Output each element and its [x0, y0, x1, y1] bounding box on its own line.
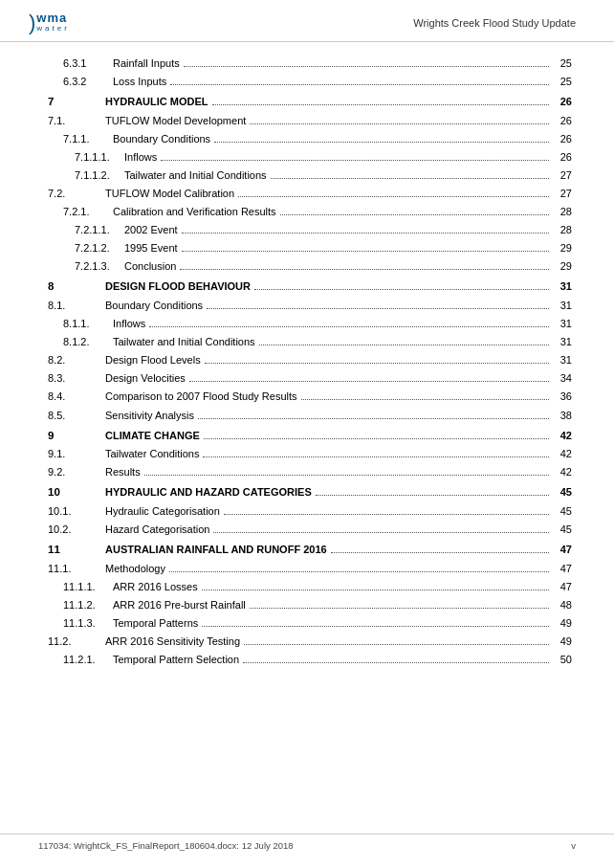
toc-title-text: Temporal Patterns	[113, 615, 198, 632]
toc-number: 11.2.1.	[48, 652, 113, 668]
toc-row: 7.1.1.1.Inflows26	[48, 149, 572, 166]
toc-title: Hazard Categorisation	[105, 522, 553, 538]
toc-number: 11	[48, 542, 105, 559]
footer-filename: 117034: WrightCk_FS_FinalReport_180604.d…	[38, 840, 294, 851]
toc-dots	[144, 475, 549, 476]
toc-title-text: Tailwater and Initial Conditions	[113, 334, 255, 350]
toc-title-text: AUSTRALIAN RAINFALL AND RUNOFF 2016	[105, 542, 327, 558]
toc-number: 8.1.1.	[48, 316, 113, 332]
toc-title: Conclusion	[124, 258, 553, 275]
toc-title-text: ARR 2016 Losses	[113, 579, 198, 595]
logo-bracket-icon: )	[29, 12, 35, 33]
toc-title-text: 2002 Event	[124, 222, 178, 238]
toc-title-text: Design Velocities	[105, 370, 186, 387]
toc-title-text: Tailwater Conditions	[105, 446, 199, 462]
toc-page: 31	[553, 278, 572, 295]
toc-dots	[161, 160, 549, 161]
toc-title: Temporal Pattern Selection	[113, 652, 553, 668]
toc-number: 11.1.1.	[48, 579, 113, 595]
toc-number: 8.1.2.	[48, 334, 113, 350]
logo: ) wma water	[29, 11, 70, 33]
toc-title: TUFLOW Model Calibration	[105, 186, 553, 202]
toc-dots	[301, 399, 549, 400]
toc-row: 11AUSTRALIAN RAINFALL AND RUNOFF 201647	[48, 542, 572, 559]
toc-row: 10HYDRAULIC AND HAZARD CATEGORIES45	[48, 484, 572, 501]
toc-dots	[280, 214, 549, 215]
toc-title-text: ARR 2016 Sensitivity Testing	[105, 634, 240, 650]
toc-dots	[271, 178, 549, 179]
toc-number: 7.2.1.	[48, 204, 113, 220]
toc-number: 11.1.	[48, 561, 105, 577]
toc-title-text: Hydraulic Categorisation	[105, 503, 220, 520]
toc-row: 11.2.ARR 2016 Sensitivity Testing49	[48, 634, 572, 650]
toc-number: 11.1.3.	[48, 615, 113, 632]
toc-dots	[250, 608, 549, 609]
toc-dots	[170, 84, 549, 85]
toc-page: 45	[553, 484, 572, 501]
toc-title: Methodology	[105, 561, 553, 577]
toc-dots	[244, 644, 549, 645]
toc-page: 47	[553, 579, 572, 595]
toc-row: 11.1.3.Temporal Patterns49	[48, 615, 572, 632]
toc-number: 10.2.	[48, 522, 105, 538]
toc-page: 25	[553, 74, 572, 90]
toc-title: Boundary Conditions	[105, 298, 553, 314]
toc-number: 6.3.1	[48, 56, 113, 72]
toc-page: 26	[553, 94, 572, 110]
toc-row: 11.1.Methodology47	[48, 561, 572, 577]
toc-number: 6.3.2	[48, 74, 113, 90]
toc-title: TUFLOW Model Development	[105, 113, 553, 129]
toc-title-text: Inflows	[113, 316, 145, 332]
toc-title: 1995 Event	[124, 240, 553, 256]
toc-row: 8.3.Design Velocities34	[48, 370, 572, 387]
toc-title: Hydraulic Categorisation	[105, 503, 553, 520]
toc-title: Design Velocities	[105, 370, 553, 387]
toc-page: 47	[553, 542, 572, 558]
toc-dots	[207, 308, 549, 309]
toc-page: 36	[553, 389, 572, 405]
toc-page: 34	[553, 370, 572, 387]
toc-row: 7.2.1.1.2002 Event28	[48, 222, 572, 238]
toc-page: 38	[553, 408, 572, 424]
toc-number: 8.3.	[48, 370, 105, 387]
toc-title-text: Results	[105, 464, 141, 480]
toc-row: 10.1.Hydraulic Categorisation45	[48, 503, 572, 520]
toc-dots	[243, 662, 549, 663]
toc-number: 9.1.	[48, 446, 105, 462]
toc-title: CLIMATE CHANGE	[105, 428, 553, 444]
toc-title-text: Loss Inputs	[113, 74, 166, 90]
toc-title: Boundary Conditions	[113, 131, 553, 147]
toc-page: 50	[553, 652, 572, 668]
toc-row: 9.1.Tailwater Conditions42	[48, 446, 572, 462]
toc-number: 11.2.	[48, 634, 105, 650]
toc-title: ARR 2016 Losses	[113, 579, 553, 595]
toc-number: 8.5.	[48, 408, 105, 424]
toc-row: 8.4.Comparison to 2007 Flood Study Resul…	[48, 389, 572, 405]
toc-page: 45	[553, 503, 572, 520]
toc-title-text: Inflows	[124, 149, 157, 166]
toc-dots	[250, 123, 549, 124]
toc-title: ARR 2016 Sensitivity Testing	[105, 634, 553, 650]
toc-number: 7.1.1.	[48, 131, 113, 147]
footer: 117034: WrightCk_FS_FinalReport_180604.d…	[0, 834, 614, 851]
toc-page: 49	[553, 615, 572, 632]
toc-page: 28	[553, 204, 572, 220]
toc-row: 7.1.TUFLOW Model Development26	[48, 113, 572, 129]
toc-title: Tailwater Conditions	[105, 446, 553, 462]
toc-dots	[149, 326, 549, 327]
toc-dots	[254, 289, 549, 290]
toc-title-text: Design Flood Levels	[105, 352, 201, 368]
toc-title: Tailwater and Initial Conditions	[113, 334, 553, 350]
toc-row: 8.2.Design Flood Levels31	[48, 352, 572, 368]
toc-title-text: Temporal Pattern Selection	[113, 652, 239, 668]
toc-title: 2002 Event	[124, 222, 553, 238]
toc-page: 25	[553, 56, 572, 72]
toc-title-text: HYDRAULIC MODEL	[105, 94, 208, 110]
toc-row: 7.2.1.2.1995 Event29	[48, 240, 572, 256]
toc-title-text: Conclusion	[124, 258, 176, 275]
toc-title-text: DESIGN FLOOD BEHAVIOUR	[105, 278, 251, 295]
toc-title: HYDRAULIC MODEL	[105, 94, 553, 110]
toc-dots	[182, 233, 549, 234]
toc-number: 7.2.1.3.	[48, 258, 124, 275]
toc-page: 27	[553, 186, 572, 202]
